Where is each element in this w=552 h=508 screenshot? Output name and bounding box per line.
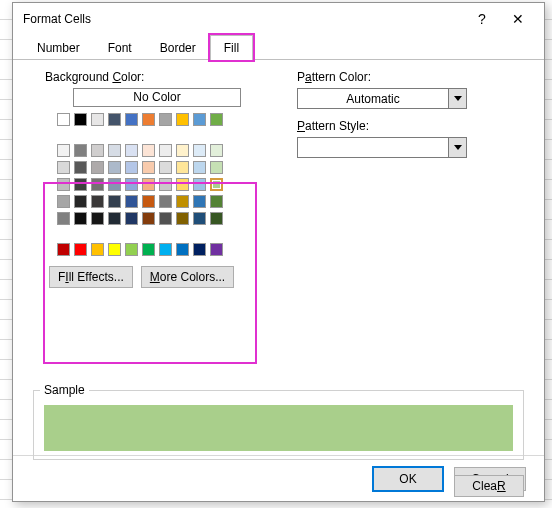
color-swatch[interactable]	[210, 195, 223, 208]
ok-button[interactable]: OK	[372, 466, 444, 492]
pattern-style-combo[interactable]	[297, 137, 467, 158]
color-swatch[interactable]	[125, 212, 138, 225]
color-swatch[interactable]	[91, 243, 104, 256]
tab-number[interactable]: Number	[23, 35, 94, 60]
no-color-button[interactable]: No Color	[73, 88, 241, 107]
tab-border[interactable]: Border	[146, 35, 210, 60]
close-button[interactable]: ✕	[500, 11, 536, 27]
color-swatch[interactable]	[125, 144, 138, 157]
pattern-color-label: Pattern Color:	[297, 70, 524, 84]
color-swatch[interactable]	[159, 113, 172, 126]
color-swatch[interactable]	[57, 243, 70, 256]
standard-colors-row	[57, 243, 524, 256]
color-swatch[interactable]	[108, 212, 121, 225]
color-swatch[interactable]	[57, 144, 70, 157]
color-swatch[interactable]	[142, 243, 155, 256]
color-swatch[interactable]	[193, 243, 206, 256]
color-swatch[interactable]	[176, 212, 189, 225]
fill-effects-button[interactable]: FIll Effects...	[49, 266, 133, 288]
color-swatch[interactable]	[159, 243, 172, 256]
color-swatch[interactable]	[74, 144, 87, 157]
color-swatch[interactable]	[210, 178, 223, 191]
help-button[interactable]: ?	[464, 11, 500, 27]
color-swatch[interactable]	[142, 178, 155, 191]
color-swatch[interactable]	[142, 113, 155, 126]
color-swatch[interactable]	[91, 113, 104, 126]
color-swatch[interactable]	[57, 113, 70, 126]
color-swatch[interactable]	[74, 178, 87, 191]
color-swatch[interactable]	[91, 161, 104, 174]
color-swatch[interactable]	[125, 113, 138, 126]
color-swatch[interactable]	[159, 195, 172, 208]
pattern-style-label: Pattern Style:	[297, 119, 524, 133]
color-swatch[interactable]	[57, 178, 70, 191]
color-swatch[interactable]	[74, 243, 87, 256]
color-swatch[interactable]	[193, 161, 206, 174]
color-swatch[interactable]	[210, 212, 223, 225]
format-cells-dialog: Format Cells ? ✕ Number Font Border Fill…	[12, 2, 545, 502]
color-swatch[interactable]	[193, 195, 206, 208]
tab-strip: Number Font Border Fill	[13, 35, 544, 60]
color-swatch[interactable]	[210, 113, 223, 126]
color-swatch[interactable]	[57, 161, 70, 174]
color-swatch[interactable]	[210, 161, 223, 174]
color-swatch[interactable]	[193, 212, 206, 225]
titlebar[interactable]: Format Cells ? ✕	[13, 3, 544, 35]
sample-swatch	[44, 405, 513, 451]
color-swatch[interactable]	[91, 212, 104, 225]
color-swatch[interactable]	[193, 144, 206, 157]
color-swatch[interactable]	[108, 243, 121, 256]
color-swatch[interactable]	[91, 195, 104, 208]
color-swatch[interactable]	[159, 178, 172, 191]
sample-label: Sample	[40, 383, 89, 397]
color-swatch[interactable]	[176, 195, 189, 208]
color-swatch[interactable]	[125, 178, 138, 191]
color-swatch[interactable]	[142, 195, 155, 208]
color-swatch[interactable]	[142, 212, 155, 225]
color-swatch[interactable]	[74, 195, 87, 208]
color-swatch[interactable]	[193, 113, 206, 126]
color-swatch[interactable]	[108, 195, 121, 208]
color-swatch[interactable]	[74, 212, 87, 225]
chevron-down-icon[interactable]	[448, 138, 466, 157]
color-swatch[interactable]	[108, 144, 121, 157]
color-swatch[interactable]	[108, 113, 121, 126]
color-swatch[interactable]	[159, 212, 172, 225]
clear-button[interactable]: CleaR	[454, 475, 524, 497]
tab-fill[interactable]: Fill	[210, 35, 253, 60]
color-swatch[interactable]	[210, 144, 223, 157]
color-swatch[interactable]	[176, 144, 189, 157]
color-swatch[interactable]	[125, 243, 138, 256]
color-swatch[interactable]	[125, 161, 138, 174]
color-swatch[interactable]	[108, 178, 121, 191]
color-swatch[interactable]	[193, 178, 206, 191]
pattern-color-combo[interactable]: Automatic	[297, 88, 467, 109]
color-swatch[interactable]	[176, 243, 189, 256]
more-colors-button[interactable]: More Colors...	[141, 266, 234, 288]
color-swatch[interactable]	[159, 161, 172, 174]
sample-group: Sample	[33, 390, 524, 460]
color-swatch[interactable]	[176, 161, 189, 174]
color-swatch[interactable]	[176, 113, 189, 126]
color-swatch[interactable]	[57, 212, 70, 225]
pattern-color-value: Automatic	[298, 92, 448, 106]
dialog-body: Background Color: No Color FIll Effects.…	[13, 60, 544, 455]
color-swatch[interactable]	[159, 144, 172, 157]
color-swatch[interactable]	[142, 144, 155, 157]
color-swatch[interactable]	[142, 161, 155, 174]
chevron-down-icon[interactable]	[448, 89, 466, 108]
color-swatch[interactable]	[210, 243, 223, 256]
color-swatch[interactable]	[91, 178, 104, 191]
color-swatch[interactable]	[108, 161, 121, 174]
color-swatch[interactable]	[91, 144, 104, 157]
color-swatch[interactable]	[74, 161, 87, 174]
color-swatch[interactable]	[74, 113, 87, 126]
tab-font[interactable]: Font	[94, 35, 146, 60]
color-swatch[interactable]	[176, 178, 189, 191]
color-swatch[interactable]	[57, 195, 70, 208]
window-title: Format Cells	[21, 12, 464, 26]
color-swatch[interactable]	[125, 195, 138, 208]
